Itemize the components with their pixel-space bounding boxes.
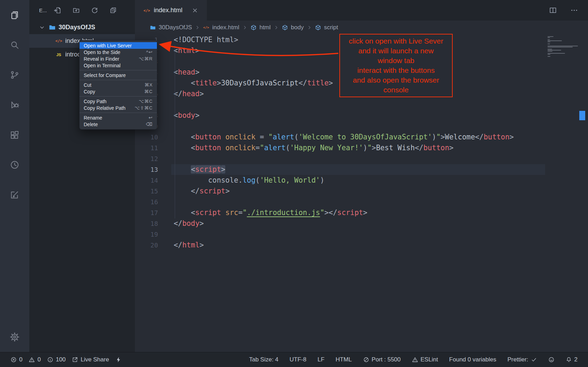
code-line-19[interactable]: 19 xyxy=(135,229,588,240)
minimap[interactable] xyxy=(548,36,580,57)
sidebar-header: E... xyxy=(29,0,135,21)
close-icon[interactable] xyxy=(191,7,198,14)
line-number[interactable]: 13 xyxy=(135,164,158,175)
annotation-box: click on open with Live Severand it will… xyxy=(339,34,453,97)
menu-item-open-with-live-server[interactable]: Open with Live Server xyxy=(80,42,157,49)
status-language-mode[interactable]: HTML xyxy=(336,356,352,363)
status-live-server-port[interactable]: Port : 5500 xyxy=(363,356,401,363)
code-line-20[interactable]: 20</html> xyxy=(135,240,588,251)
activity-item-feedback-tool[interactable] xyxy=(0,180,29,210)
menu-item-label: Open in Terminal xyxy=(84,63,121,68)
breadcrumb-item-30daysofjs[interactable]: 30DaysOfJS xyxy=(150,24,192,31)
activity-item-timeline[interactable] xyxy=(0,150,29,180)
code-line-18[interactable]: 18</body> xyxy=(135,218,588,229)
breadcrumb-label: 30DaysOfJS xyxy=(159,24,192,31)
collapse-all-icon[interactable] xyxy=(110,7,117,14)
code-line-15[interactable]: 15 </script> xyxy=(135,186,588,197)
status-label: LF xyxy=(317,356,324,363)
line-number[interactable]: 19 xyxy=(135,229,158,240)
line-number[interactable]: 20 xyxy=(135,240,158,251)
breadcrumb-item-body[interactable]: body xyxy=(282,24,304,31)
menu-item-open-to-the-side[interactable]: Open to the Side^↩ xyxy=(80,49,157,55)
menu-item-copy-path[interactable]: Copy Path⌥⌘C xyxy=(80,98,157,105)
menu-item-open-in-terminal[interactable]: Open in Terminal xyxy=(80,62,157,69)
menu-item-label: Copy Path xyxy=(84,99,106,104)
menu-item-delete[interactable]: Delete⌫ xyxy=(80,121,157,128)
status-variables[interactable]: Found 0 variables xyxy=(449,356,496,363)
line-number[interactable]: 10 xyxy=(135,132,158,143)
activity-item-source-control[interactable] xyxy=(0,60,29,90)
tree-item-30daysofjs[interactable]: 30DaysOfJS xyxy=(29,21,135,34)
new-folder-icon[interactable] xyxy=(73,7,80,14)
code-line-7[interactable]: 7 xyxy=(135,99,588,110)
line-number[interactable]: 16 xyxy=(135,197,158,207)
activity-item-search[interactable] xyxy=(0,30,29,60)
status-eslint[interactable]: ESLint xyxy=(412,356,438,363)
code-line-13[interactable]: 13 <script> xyxy=(135,164,588,175)
line-number[interactable]: 17 xyxy=(135,207,158,218)
breadcrumb-item-html[interactable]: html xyxy=(250,24,271,31)
warning-icon xyxy=(412,357,418,363)
chevron-right-icon xyxy=(273,25,279,30)
activity-item-settings[interactable] xyxy=(0,322,29,352)
extensions-icon xyxy=(10,130,20,140)
breadcrumb-item-script[interactable]: script xyxy=(315,24,338,31)
code-line-8[interactable]: 8<body> xyxy=(135,110,588,121)
menu-item-shortcut: ⌥⇧⌘C xyxy=(135,105,153,110)
status-encoding[interactable]: UTF-8 xyxy=(289,356,306,363)
code-line-12[interactable]: 12 xyxy=(135,153,588,164)
status-warnings[interactable]: 0 xyxy=(29,356,40,363)
tab-index-html[interactable]: </> index.html xyxy=(135,0,207,21)
menu-item-copy-relative-path[interactable]: Copy Relative Path⌥⇧⌘C xyxy=(80,105,157,111)
status-bar: 00100Live Share Tab Size: 4UTF-8LFHTMLPo… xyxy=(0,352,588,367)
status-quick-action[interactable] xyxy=(115,357,122,363)
status-errors[interactable]: 0 xyxy=(10,356,22,363)
status-info-count[interactable]: 100 xyxy=(47,356,66,363)
split-editor-icon[interactable] xyxy=(549,6,557,14)
status-end-of-line[interactable]: LF xyxy=(317,356,324,363)
line-number[interactable]: 15 xyxy=(135,186,158,197)
port-icon xyxy=(363,357,369,363)
activity-item-explorer[interactable] xyxy=(0,0,29,30)
status-right: Tab Size: 4UTF-8LFHTMLPort : 5500ESLintF… xyxy=(249,356,578,363)
code-line-9[interactable]: 9 xyxy=(135,121,588,132)
status-label: Port : 5500 xyxy=(372,356,401,363)
line-number[interactable]: 11 xyxy=(135,143,158,153)
activity-item-extensions[interactable] xyxy=(0,120,29,150)
status-tab-size[interactable]: Tab Size: 4 xyxy=(249,356,278,363)
source-control-icon xyxy=(10,70,20,80)
annotation-line: and it will launch a new xyxy=(341,46,451,56)
code-line-10[interactable]: 10 <button onclick = "alert('Welcome to … xyxy=(135,132,588,143)
menu-item-shortcut: ↩ xyxy=(149,115,153,120)
search-icon xyxy=(10,40,20,50)
activity-item-run-and-debug[interactable] xyxy=(0,90,29,120)
status-feedback-smiley[interactable] xyxy=(548,357,555,363)
breadcrumb-item-index-html[interactable]: </>index.html xyxy=(203,24,239,31)
status-label: Prettier: xyxy=(507,356,528,363)
code-line-16[interactable]: 16 xyxy=(135,197,588,207)
menu-item-rename[interactable]: Rename↩ xyxy=(80,114,157,121)
status-notifications[interactable]: 2 xyxy=(566,356,578,363)
chevron-down-icon[interactable] xyxy=(38,24,46,31)
new-file-icon[interactable] xyxy=(54,7,61,14)
breadcrumb-label: html xyxy=(259,24,271,31)
smiley-icon xyxy=(548,357,555,363)
status-live-share[interactable]: Live Share xyxy=(72,356,109,363)
menu-item-select-for-compare[interactable]: Select for Compare xyxy=(80,72,157,78)
refresh-icon[interactable] xyxy=(91,7,98,14)
line-number[interactable]: 12 xyxy=(135,153,158,164)
code-line-11[interactable]: 11 <button onclick="alert('Happy New Yea… xyxy=(135,143,588,153)
menu-item-cut[interactable]: Cut⌘X xyxy=(80,82,157,88)
menu-separator xyxy=(80,70,157,70)
ellipsis-icon[interactable] xyxy=(570,6,578,14)
menu-item-reveal-in-finder[interactable]: Reveal in Finder⌥⌘R xyxy=(80,55,157,62)
line-number[interactable]: 18 xyxy=(135,218,158,229)
code-line-14[interactable]: 14 console.log('Hello, World') xyxy=(135,175,588,186)
status-prettier[interactable]: Prettier: xyxy=(507,356,537,363)
js-file-icon: JS xyxy=(55,51,62,58)
html-file-icon: </> xyxy=(55,37,62,45)
chevron-right-icon xyxy=(195,25,200,30)
line-number[interactable]: 14 xyxy=(135,175,158,186)
menu-item-copy[interactable]: Copy⌘C xyxy=(80,88,157,95)
code-line-17[interactable]: 17 <script src="./introduction.js"></scr… xyxy=(135,207,588,218)
